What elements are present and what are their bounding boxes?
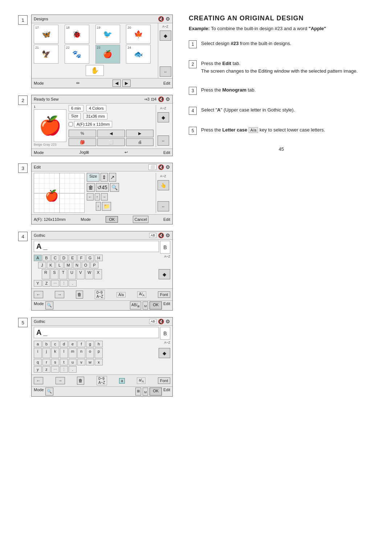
key-U[interactable]: U: [68, 269, 76, 279]
font-btn-5[interactable]: Font: [158, 377, 170, 384]
sound-icon-5[interactable]: 🔇: [158, 319, 164, 324]
next-btn-1[interactable]: ▶: [122, 80, 131, 87]
key-b[interactable]: b: [42, 341, 50, 347]
key-ldot[interactable]: .: [69, 366, 77, 373]
sidebar-btn-2[interactable]: ◆: [158, 112, 169, 122]
right-btn[interactable]: →: [101, 193, 108, 200]
key-p[interactable]: p: [95, 348, 103, 358]
key-l[interactable]: l: [60, 348, 68, 358]
key-i[interactable]: i: [34, 348, 42, 358]
key-q[interactable]: q: [34, 359, 42, 365]
ok-btn-5[interactable]: OK: [150, 388, 162, 396]
zoom-btn[interactable]: 🔍: [110, 183, 119, 192]
sound-icon-2[interactable]: 🔇: [158, 96, 164, 102]
design-18[interactable]: 18 🐞: [65, 25, 89, 44]
key-m[interactable]: m: [69, 348, 77, 358]
sidebar-btn-1[interactable]: ◆: [160, 31, 171, 41]
left-arrow-4[interactable]: ←: [34, 291, 43, 298]
delete-btn-5[interactable]: 🗑: [77, 377, 84, 385]
settings-icon-3[interactable]: ⚙: [166, 164, 170, 170]
key-a[interactable]: a: [34, 341, 42, 347]
key-B[interactable]: B: [42, 255, 50, 261]
key-N[interactable]: N: [73, 262, 81, 268]
design-19[interactable]: 19 🐦: [95, 25, 120, 44]
print-btn[interactable]: 🖨: [126, 138, 154, 146]
key-t[interactable]: t: [60, 359, 68, 365]
key-vdots[interactable]: ⋮: [60, 366, 68, 373]
key-k[interactable]: k: [51, 348, 59, 358]
key-ldots[interactable]: ⋯: [51, 366, 59, 373]
design-24[interactable]: 24 🐟: [126, 45, 151, 64]
monogram-btn[interactable]: 📁: [102, 202, 111, 211]
right-arrow-4[interactable]: →: [55, 291, 64, 298]
fwd-btn[interactable]: ▶: [126, 130, 154, 137]
key-f[interactable]: f: [77, 341, 85, 347]
key-r[interactable]: r: [42, 359, 50, 365]
sound-icon-4[interactable]: 🔇: [158, 232, 164, 238]
key-O[interactable]: O: [82, 262, 90, 268]
ok-btn-4[interactable]: OK: [150, 301, 162, 309]
edit-btn-3[interactable]: Edit: [163, 217, 170, 222]
key-G[interactable]: G: [86, 255, 94, 261]
sidebar-btn-4[interactable]: ◆: [159, 269, 170, 279]
delete-btn[interactable]: 🗑: [87, 183, 95, 192]
key-d[interactable]: d: [60, 341, 68, 347]
key-V[interactable]: V: [77, 269, 85, 279]
key-dots2[interactable]: ⋮: [60, 280, 68, 287]
key-W[interactable]: W: [85, 269, 93, 279]
key-D[interactable]: D: [60, 255, 68, 261]
key-H[interactable]: H: [95, 255, 103, 261]
edit-btn-1[interactable]: Edit: [163, 81, 170, 85]
sound-icon-3[interactable]: 🔇: [158, 164, 164, 170]
mode-btn-4[interactable]: Mode: [34, 301, 44, 309]
key-S[interactable]: S: [50, 269, 58, 279]
settings-icon-2[interactable]: ⚙: [166, 96, 170, 102]
sidebar-bottom-2[interactable]: ↔: [158, 135, 169, 146]
design-23[interactable]: 23 🍎: [95, 45, 120, 64]
back-btn[interactable]: ◀: [97, 130, 125, 137]
search-btn-5[interactable]: 🔍: [45, 388, 53, 396]
special-btn-4[interactable]: AB/⊞: [130, 301, 141, 309]
corner-icon[interactable]: ↗: [109, 173, 116, 182]
rotate-btn[interactable]: ↺45: [96, 183, 109, 192]
frame-btn[interactable]: ⬜: [97, 138, 125, 146]
key-u[interactable]: u: [69, 359, 77, 365]
sidebar-bottom-3[interactable]: ↔: [158, 201, 169, 211]
key-K[interactable]: K: [47, 262, 55, 268]
sound-icon[interactable]: 🔇: [158, 16, 164, 22]
edit-btn-4[interactable]: Edit: [163, 301, 170, 309]
key-Y[interactable]: Y: [34, 280, 42, 287]
key-A[interactable]: A: [34, 255, 42, 261]
edit-btn-5[interactable]: Edit: [163, 388, 170, 396]
key-J[interactable]: J: [38, 262, 46, 268]
key-Z[interactable]: Z: [42, 280, 50, 287]
left-arrow-5[interactable]: ←: [34, 377, 43, 384]
design-20[interactable]: 20 🍁: [126, 25, 151, 44]
design-22[interactable]: 22 🐾: [65, 45, 89, 64]
copy-icon[interactable]: ⬜: [148, 164, 156, 170]
left-btn[interactable]: ←: [87, 193, 94, 200]
key-v[interactable]: v: [77, 359, 85, 365]
prev-btn-1[interactable]: ◀: [113, 80, 121, 87]
mode-btn-1[interactable]: Mode: [34, 81, 44, 85]
settings-icon-5[interactable]: ⚙: [166, 319, 170, 324]
sidebar-btn-5[interactable]: ◆: [159, 348, 170, 358]
key-F[interactable]: F: [77, 255, 85, 261]
design-17[interactable]: 17 🦋: [34, 25, 58, 44]
cancel-btn-3[interactable]: Cancel: [133, 216, 148, 223]
size-btn-3[interactable]: Size: [87, 173, 99, 182]
key-P[interactable]: P: [90, 262, 98, 268]
case-a2-btn[interactable]: a/A: [137, 377, 146, 384]
case-a-btn-active[interactable]: a: [119, 378, 125, 384]
key-R[interactable]: R: [42, 269, 50, 279]
key-w[interactable]: w: [86, 359, 94, 365]
mode-btn-3[interactable]: Mode: [81, 217, 91, 222]
key-M[interactable]: M: [64, 262, 72, 268]
percent-btn[interactable]: %: [69, 130, 96, 137]
ms-btn-4[interactable]: M: [143, 301, 148, 309]
special-btn-5[interactable]: ⊞: [135, 388, 141, 396]
ms-btn-5[interactable]: M: [143, 388, 148, 396]
settings-icon-4[interactable]: ⚙: [166, 232, 170, 238]
undo-btn[interactable]: ↩: [124, 150, 128, 155]
key-s[interactable]: s: [51, 359, 59, 365]
